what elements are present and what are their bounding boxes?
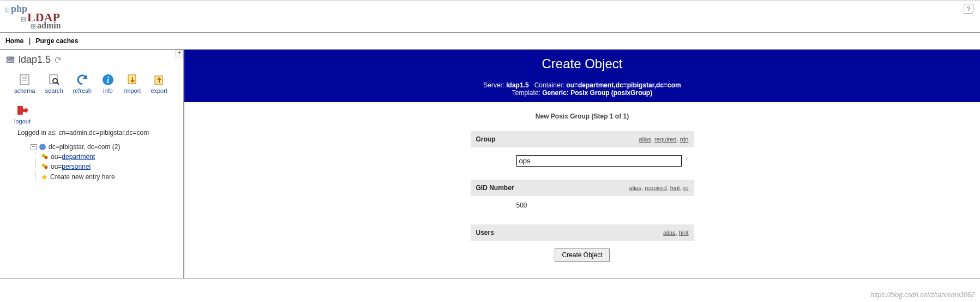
svg-point-20 (44, 165, 47, 169)
field-header-gid: GID Number alias, required, hint, ro (471, 180, 694, 196)
sidebar: + ldap1.5 schema search refresh i info (0, 50, 184, 278)
logged-in-text: Logged in as: cn=admin,dc=pibigstar,dc=c… (5, 127, 180, 142)
logout-icon (16, 104, 29, 117)
refresh-icon (76, 73, 89, 86)
create-entry-link[interactable]: Create new entry here (50, 173, 115, 181)
server-name: ldap1.5 (19, 54, 51, 66)
nav-home-link[interactable]: Home (5, 37, 23, 45)
ou-icon (41, 163, 49, 170)
svg-rect-4 (20, 75, 29, 85)
tool-info[interactable]: i info (101, 73, 115, 94)
header-bar: ⊟php ⊟LDAP ⊞admin ? (0, 1, 980, 33)
svg-rect-1 (7, 60, 14, 63)
ou-icon (41, 153, 49, 161)
svg-rect-0 (7, 57, 14, 60)
app-logo: ⊟php ⊟LDAP ⊞admin (4, 4, 61, 30)
tool-logout[interactable]: logout (14, 104, 31, 125)
svg-rect-15 (17, 106, 23, 115)
field-tags-group: alias, required, rdn (639, 136, 688, 143)
gid-value: 500 (516, 202, 527, 209)
svg-point-18 (44, 156, 47, 159)
create-object-button[interactable]: Create Object (555, 248, 609, 262)
field-body-group: " (471, 147, 694, 180)
server-icon (5, 55, 15, 65)
svg-point-3 (8, 61, 9, 62)
expand-sidebar-icon[interactable]: + (176, 50, 183, 57)
field-header-group: Group alias, required, rdn (471, 131, 694, 147)
form: Group alias, required, rdn " GID Number … (471, 131, 694, 241)
tree-root[interactable]: − dc=pibigstar, dc=com (2) (31, 142, 180, 152)
tool-refresh[interactable]: refresh (73, 73, 92, 94)
nav-purge-link[interactable]: Purge caches (35, 37, 78, 45)
server-title: ldap1.5 (5, 54, 180, 66)
svg-text:i: i (107, 75, 110, 85)
tool-export[interactable]: export (151, 73, 167, 94)
svg-point-17 (42, 154, 45, 157)
step-heading: New Posix Group (Step 1 of 1) (184, 103, 980, 131)
svg-point-19 (42, 164, 45, 167)
svg-line-10 (57, 82, 59, 85)
tree-create-entry[interactable]: ★ Create new entry here (41, 171, 180, 182)
context-info: Server: ldap1.5 Container: ou=department… (184, 78, 980, 103)
page-title: Create Object (184, 50, 980, 78)
star-icon: ★ (41, 173, 48, 181)
schema-icon (18, 73, 31, 86)
info-icon: i (101, 73, 115, 86)
tool-search[interactable]: search (45, 73, 63, 94)
field-label-users: Users (476, 229, 494, 236)
field-label-group: Group (476, 135, 496, 143)
nav-separator: | (26, 37, 34, 45)
top-nav: Home | Purge caches (0, 33, 980, 50)
sidebar-toolbar: schema search refresh i info import expo… (5, 70, 180, 127)
tool-schema[interactable]: schema (14, 73, 35, 94)
quote-icon: " (686, 157, 688, 165)
import-icon (126, 73, 139, 86)
field-header-users: Users alias, hint (471, 224, 694, 241)
tree-node-personnel[interactable]: ou=personnel (41, 162, 180, 171)
help-icon[interactable]: ? (964, 4, 973, 14)
field-body-gid: 500 (471, 196, 694, 224)
content-area: Create Object Server: ldap1.5 Container:… (184, 50, 980, 278)
field-tags-gid: alias, required, hint, ro (629, 185, 689, 191)
tree-node-department[interactable]: ou=department (41, 152, 180, 162)
tool-import[interactable]: import (124, 73, 141, 94)
svg-point-2 (8, 57, 9, 58)
export-icon (153, 73, 166, 86)
refresh-small-icon[interactable] (54, 56, 62, 64)
ldap-tree: − dc=pibigstar, dc=com (2) ou=department… (5, 142, 180, 182)
search-icon (47, 73, 61, 86)
group-input[interactable] (516, 155, 682, 167)
field-label-gid: GID Number (476, 184, 514, 192)
field-tags-users: alias, hint (663, 229, 689, 236)
globe-icon (39, 143, 46, 151)
tree-link-department[interactable]: department (62, 153, 95, 161)
collapse-icon[interactable]: − (31, 144, 37, 150)
tree-root-label: dc=pibigstar, dc=com (2) (49, 143, 120, 151)
tree-link-personnel[interactable]: personnel (62, 163, 91, 170)
